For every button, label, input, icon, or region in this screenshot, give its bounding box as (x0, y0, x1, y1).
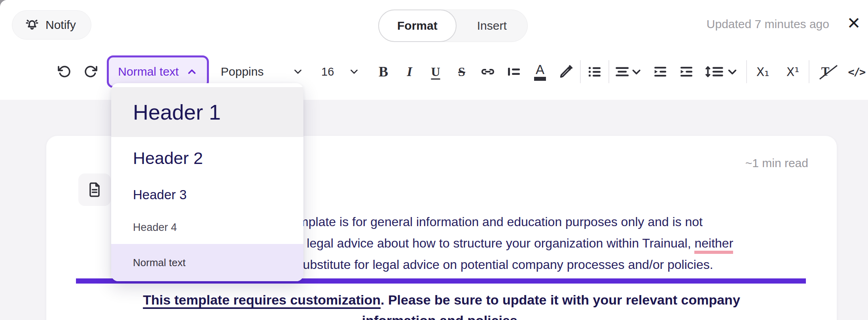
format-insert-tabs: Format Insert (378, 10, 528, 42)
tab-format[interactable]: Format (378, 10, 457, 42)
bullet-list-icon (587, 64, 603, 80)
toolbar-separator (608, 60, 609, 83)
tab-format-label: Format (397, 19, 438, 32)
chevron-up-icon (186, 66, 198, 78)
redo-button[interactable] (81, 60, 100, 84)
line-spacing-icon (704, 64, 741, 80)
italic-icon: I (407, 64, 412, 79)
bold-button[interactable]: B (374, 60, 392, 84)
menu-item-header-1[interactable]: Header 1 (111, 87, 303, 137)
menu-item-header-4[interactable]: Header 4 (111, 211, 303, 244)
font-color-icon: A (536, 63, 544, 81)
link-button[interactable] (479, 60, 497, 84)
notify-label: Notify (45, 18, 76, 32)
notice-line: This template requires customization. Pl… (74, 290, 809, 310)
blockquote-icon (506, 64, 522, 80)
close-icon[interactable]: ✕ (843, 12, 865, 34)
menu-item-normal-text[interactable]: Normal text (111, 244, 303, 281)
bell-icon (25, 18, 39, 32)
strikethrough-icon: S (458, 65, 465, 79)
notice-text: . Please be sure to update it with your … (381, 292, 740, 307)
code-button[interactable]: </> (844, 60, 868, 84)
tab-insert-label: Insert (477, 19, 507, 32)
font-size-dropdown[interactable]: 16 (321, 65, 360, 78)
text-align-icon (614, 64, 643, 80)
highlighter-icon (558, 64, 574, 80)
underline-button[interactable]: U (426, 60, 445, 84)
clear-formatting-icon: T (821, 65, 830, 79)
strikethrough-button[interactable]: S (453, 60, 471, 84)
bold-icon: B (379, 63, 388, 80)
indent-button[interactable] (677, 60, 696, 84)
bullet-list-button[interactable] (586, 60, 604, 84)
notice-underlined-text: This template requires customization (143, 292, 381, 307)
toolbar-separator (809, 60, 809, 83)
font-color-button[interactable]: A (531, 60, 549, 84)
undo-icon (57, 64, 72, 79)
toolbar-separator (746, 60, 747, 83)
alignment-dropdown[interactable] (614, 60, 643, 84)
document-icon (86, 181, 103, 198)
outdent-button[interactable] (651, 60, 669, 84)
clear-formatting-button[interactable]: T (814, 60, 836, 84)
text-style-value: Normal text (118, 65, 178, 78)
font-family-value: Poppins (221, 65, 263, 78)
superscript-icon: X¹ (787, 65, 800, 79)
customization-notice: This template requires customization. Pl… (74, 290, 809, 320)
blockquote-button[interactable] (505, 60, 523, 84)
tab-insert[interactable]: Insert (457, 19, 527, 32)
chevron-down-icon (348, 66, 360, 78)
font-family-dropdown[interactable]: Poppins (221, 65, 304, 78)
menu-item-header-3[interactable]: Header 3 (111, 179, 303, 211)
outdent-icon (652, 64, 668, 80)
code-icon: </> (848, 66, 865, 78)
superscript-button[interactable]: X¹ (782, 60, 804, 84)
font-size-value: 16 (321, 65, 334, 78)
link-icon (480, 64, 496, 80)
read-time-label: ~1 min read (745, 156, 808, 170)
indent-icon (678, 64, 694, 80)
italic-button[interactable]: I (400, 60, 419, 84)
toolbar-separator (580, 60, 581, 83)
line-spacing-dropdown[interactable] (703, 60, 741, 84)
chevron-down-icon (292, 66, 304, 78)
updated-status: Updated 7 minutes ago (707, 17, 829, 31)
underline-icon: U (431, 65, 440, 79)
notify-button[interactable]: Notify (12, 10, 91, 40)
undo-button[interactable] (55, 60, 74, 84)
redo-icon (83, 64, 98, 79)
menu-item-header-2[interactable]: Header 2 (111, 137, 303, 179)
spellcheck-flagged-word: neither (694, 236, 733, 254)
subscript-icon: X₁ (756, 65, 769, 79)
text-style-menu: Header 1 Header 2 Header 3 Header 4 Norm… (111, 83, 303, 281)
highlight-button[interactable] (557, 60, 575, 84)
subscript-button[interactable]: X₁ (752, 60, 774, 84)
editor-window: Notify Format Insert Updated 7 minutes a… (0, 0, 868, 320)
document-icon-tile[interactable] (78, 173, 111, 206)
notice-line: information and policies. (74, 310, 809, 320)
